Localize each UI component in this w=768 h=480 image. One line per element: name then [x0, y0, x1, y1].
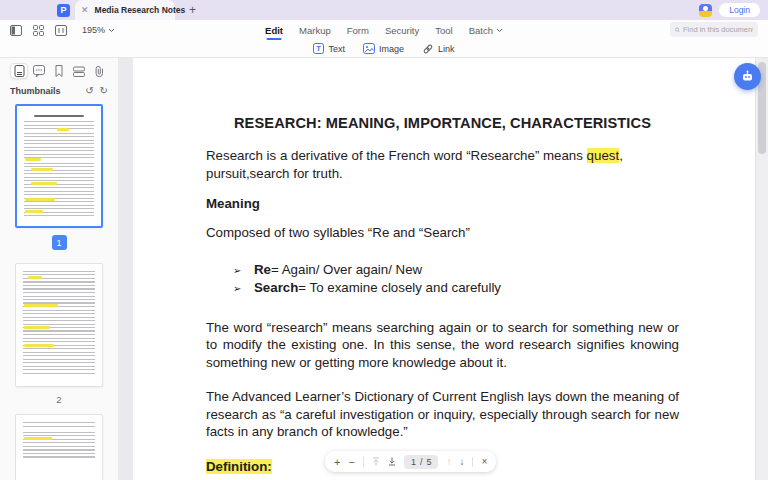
previous-page-button[interactable]: ↑ — [446, 457, 451, 467]
image-tool-icon — [363, 43, 375, 54]
menu-tabs: Edit Markup Form Security Tool Batch — [265, 22, 503, 39]
menu-tab-markup[interactable]: Markup — [299, 22, 331, 39]
zoom-level-dropdown[interactable]: 195% — [82, 25, 115, 35]
paragraph-word-research: The word “research” means searching agai… — [206, 319, 679, 372]
search-input[interactable] — [683, 25, 753, 34]
search-icon — [675, 26, 680, 34]
paragraph-composed: Composed of two syllables “Re and “Searc… — [206, 224, 679, 242]
arrow-to-bottom-icon — [388, 457, 396, 466]
thumbnail-page-2[interactable] — [15, 263, 103, 387]
left-sidebar: Thumbnails ↺ ↻ 1 — [0, 58, 118, 480]
pdf-page[interactable]: RESEARCH: MEANING, IMPORTANCE, CHARACTER… — [133, 58, 755, 480]
link-tool-button[interactable]: Link — [422, 43, 455, 55]
thumbnails-panel-icon[interactable] — [10, 63, 28, 79]
arrow-bullet-icon: ➢ — [233, 279, 254, 298]
login-button[interactable]: Login — [719, 3, 760, 17]
link-tool-icon — [422, 43, 434, 55]
ai-assistant-button[interactable] — [734, 63, 761, 90]
divider — [363, 457, 364, 467]
arrow-to-top-icon — [372, 457, 380, 466]
document-search[interactable] — [670, 22, 758, 37]
arrow-bullet-icon: ➢ — [233, 261, 254, 280]
comments-panel-icon[interactable] — [30, 63, 48, 79]
new-tab-icon[interactable]: + — [189, 3, 196, 17]
close-pager-button[interactable]: × — [481, 456, 487, 467]
first-page-button[interactable] — [372, 456, 380, 468]
paragraph-dictionary: The Advanced Learner’s Dictionary of Cur… — [206, 388, 679, 441]
page-indicator[interactable]: 1 / 5 — [404, 455, 439, 469]
vertical-scrollbar[interactable] — [755, 58, 768, 480]
chevron-down-icon — [108, 28, 115, 33]
document-heading: RESEARCH: MEANING, IMPORTANCE, CHARACTER… — [206, 115, 679, 131]
page-navigator: + − 1 / 5 ↑ ↓ × — [325, 451, 496, 472]
highlight-quest: quest — [587, 148, 620, 163]
thumbnail-page-3[interactable] — [15, 414, 103, 480]
next-page-button[interactable]: ↓ — [459, 457, 464, 467]
reading-view-icon[interactable] — [55, 25, 67, 36]
page-number-badge: 1 — [52, 235, 67, 250]
zoom-out-button[interactable]: − — [348, 456, 354, 468]
page-content: RESEARCH: MEANING, IMPORTANCE, CHARACTER… — [133, 58, 755, 480]
user-avatar-icon[interactable] — [699, 4, 712, 17]
document-tab[interactable]: ✕ Media Research Notes — [75, 0, 175, 20]
total-pages: 5 — [426, 457, 431, 467]
main-toolbar: 195% Edit Markup Form Security Tool Batc… — [0, 20, 768, 40]
rotate-left-icon[interactable]: ↺ — [85, 86, 93, 96]
menu-tab-batch[interactable]: Batch — [469, 22, 503, 39]
last-page-button[interactable] — [388, 456, 396, 468]
page-number-label: 2 — [0, 394, 118, 405]
divider — [472, 457, 473, 467]
image-tool-button[interactable]: Image — [363, 43, 404, 54]
bookmarks-panel-icon[interactable] — [50, 63, 68, 79]
svg-text:T: T — [317, 44, 322, 53]
current-page: 1 — [411, 457, 416, 467]
list-item: ➢ Search= To examine closely and careful… — [206, 279, 679, 298]
text-tool-button[interactable]: T Text — [313, 43, 345, 54]
menu-tab-security[interactable]: Security — [385, 22, 419, 39]
sidebar-toggle-icon[interactable] — [10, 25, 22, 36]
robot-icon — [740, 69, 755, 84]
layers-panel-icon[interactable] — [70, 63, 88, 79]
tab-title: Media Research Notes — [95, 5, 186, 15]
chevron-down-icon — [496, 28, 503, 33]
app-logo-icon[interactable]: P — [57, 4, 70, 17]
menu-tab-form[interactable]: Form — [347, 22, 369, 39]
thumbnail-list: 1 2 — [0, 98, 118, 480]
zoom-level-value: 195% — [82, 25, 105, 35]
paragraph-intro: Research is a derivative of the French w… — [206, 147, 679, 182]
page-grid-icon[interactable] — [33, 25, 44, 36]
title-bar: P ✕ Media Research Notes + Login — [0, 0, 768, 20]
rotate-right-icon[interactable]: ↻ — [100, 86, 108, 96]
panel-title: Thumbnails — [10, 86, 61, 96]
document-viewport[interactable]: RESEARCH: MEANING, IMPORTANCE, CHARACTER… — [118, 58, 768, 480]
menu-tab-edit[interactable]: Edit — [265, 22, 283, 39]
text-tool-icon: T — [313, 43, 324, 54]
list-item: ➢ Re= Again/ Over again/ New — [206, 261, 679, 280]
zoom-in-button[interactable]: + — [334, 456, 340, 468]
close-tab-icon[interactable]: ✕ — [81, 5, 89, 15]
syllable-list: ➢ Re= Again/ Over again/ New ➢ Search= T… — [206, 261, 679, 298]
menu-tab-tool[interactable]: Tool — [435, 22, 452, 39]
edit-tools-bar: T Text Image Link — [0, 40, 768, 58]
thumbnail-page-1[interactable] — [15, 104, 103, 228]
meaning-heading: Meaning — [206, 196, 679, 211]
attachments-panel-icon[interactable] — [90, 63, 108, 79]
